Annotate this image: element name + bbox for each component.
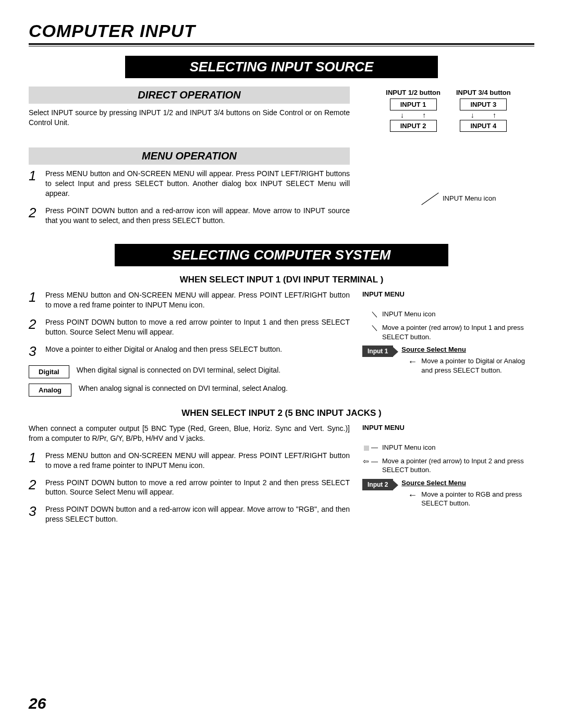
step-text: Press MENU button and ON-SCREEN MENU wil… — [45, 169, 350, 199]
step-number: 2 — [29, 206, 40, 226]
box-input3: INPUT 3 — [460, 98, 507, 110]
arrow-down-icon: ↓ — [471, 112, 474, 119]
step-number: 1 — [29, 169, 40, 199]
step-number: 2 — [29, 478, 40, 498]
arrow-left-icon: ← — [401, 356, 417, 367]
heading-direct-operation: DIRECT OPERATION — [29, 87, 350, 104]
direct-operation-text: Select INPUT source by pressing INPUT 1/… — [29, 108, 350, 128]
callout-input-menu-icon: INPUT Menu icon — [382, 443, 435, 452]
input-button-diagram: INPUT 1/2 button INPUT 1 ↓↑ INPUT 2 INPU… — [362, 89, 534, 132]
step-number: 1 — [29, 290, 40, 310]
label-input12: INPUT 1/2 button — [386, 89, 440, 96]
source-select-menu-label: Source Select Menu — [401, 346, 534, 353]
page-title: COMPUTER INPUT — [29, 21, 534, 41]
callout-digital-analog: Move a pointer to Digital or Analog and … — [421, 356, 534, 375]
digital-text: When digital signal is connected on DVI … — [77, 365, 350, 375]
leader-indicator: — — [362, 443, 378, 452]
callout-move-pointer-input1: Move a pointer (red arrow) to Input 1 an… — [382, 323, 534, 341]
analog-text: When analog signal is connected on DVI t… — [79, 384, 350, 393]
step-text: Press POINT DOWN button to move a red ar… — [45, 317, 350, 337]
section-bar-input-source: SELECTING INPUT SOURCE — [125, 56, 438, 78]
badge-input1: Input 1 — [362, 346, 393, 357]
input-menu-label: INPUT MENU — [362, 424, 534, 431]
step-2: 2 Press POINT DOWN button to move a red … — [29, 478, 350, 498]
subheading-input1-dvi: WHEN SELECT INPUT 1 (DVI INPUT TERMINAL … — [29, 275, 534, 285]
analog-row: Analog When analog signal is connected o… — [29, 384, 350, 397]
arrow-down-icon: ↓ — [400, 112, 404, 119]
step-3: 3 Press POINT DOWN button and a red-arro… — [29, 504, 350, 524]
input-menu-icon-note: INPUT Menu icon — [420, 194, 534, 202]
callout-move-pointer-input2: Move a pointer (red arrow) to Input 2 an… — [382, 456, 534, 475]
box-input2: INPUT 2 — [390, 120, 437, 132]
bnc-intro-text: When connect a computer output [5 BNC Ty… — [29, 424, 350, 443]
source-select-menu-label: Source Select Menu — [401, 479, 534, 487]
step-number: 1 — [29, 451, 40, 471]
leader-indicator: ⇦— — [362, 456, 378, 466]
leader-line-icon: ＼ — [362, 310, 378, 319]
arrow-left-icon: ← — [401, 490, 417, 501]
page-number: 26 — [29, 695, 46, 712]
label-input34: INPUT 3/4 button — [456, 89, 511, 96]
heading-menu-operation: MENU OPERATION — [29, 147, 350, 165]
step-number: 3 — [29, 344, 40, 358]
digital-badge: Digital — [29, 365, 69, 378]
step-1: 1 Press MENU button and ON-SCREEN MENU w… — [29, 451, 350, 471]
arrow-up-icon: ↑ — [493, 112, 496, 119]
input-menu-label: INPUT MENU — [362, 290, 534, 298]
step-text: Press MENU button and ON-SCREEN MENU wil… — [45, 290, 350, 310]
step-2: 2 Press POINT DOWN button to move a red … — [29, 317, 350, 337]
step-3: 3 Move a pointer to either Digital or An… — [29, 344, 350, 358]
badge-input2: Input 2 — [362, 479, 393, 490]
step-text: Press POINT DOWN button and a red-arrow … — [45, 504, 350, 524]
step-2: 2 Press POINT DOWN button and a red-arro… — [29, 206, 350, 226]
box-input4: INPUT 4 — [460, 120, 507, 132]
rule-thin — [29, 46, 534, 46]
step-text: Press POINT DOWN button to move a red ar… — [45, 478, 350, 498]
step-number: 3 — [29, 504, 40, 524]
rule-thick — [29, 43, 534, 45]
digital-row: Digital When digital signal is connected… — [29, 365, 350, 378]
subheading-input2-bnc: WHEN SELECT INPUT 2 (5 BNC INPUT JACKS ) — [29, 408, 534, 418]
step-1: 1 Press MENU button and ON-SCREEN MENU w… — [29, 290, 350, 310]
leader-line-icon — [421, 193, 438, 205]
analog-badge: Analog — [29, 384, 71, 397]
step-1: 1 Press MENU button and ON-SCREEN MENU w… — [29, 169, 350, 199]
arrow-up-icon: ↑ — [422, 112, 426, 119]
callout-rgb: Move a pointer to RGB and press SELECT b… — [421, 490, 534, 508]
step-number: 2 — [29, 317, 40, 337]
callout-input-menu-icon: INPUT Menu icon — [382, 310, 435, 319]
box-input1: INPUT 1 — [390, 98, 437, 110]
section-bar-computer-system: SELECTING COMPUTER SYSTEM — [115, 244, 448, 266]
step-text: Move a pointer to either Digital or Anal… — [45, 344, 350, 358]
leader-line-icon: ＼ — [362, 323, 378, 332]
step-text: Press POINT DOWN button and a red-arrow … — [45, 206, 350, 226]
step-text: Press MENU button and ON-SCREEN MENU wil… — [45, 451, 350, 471]
